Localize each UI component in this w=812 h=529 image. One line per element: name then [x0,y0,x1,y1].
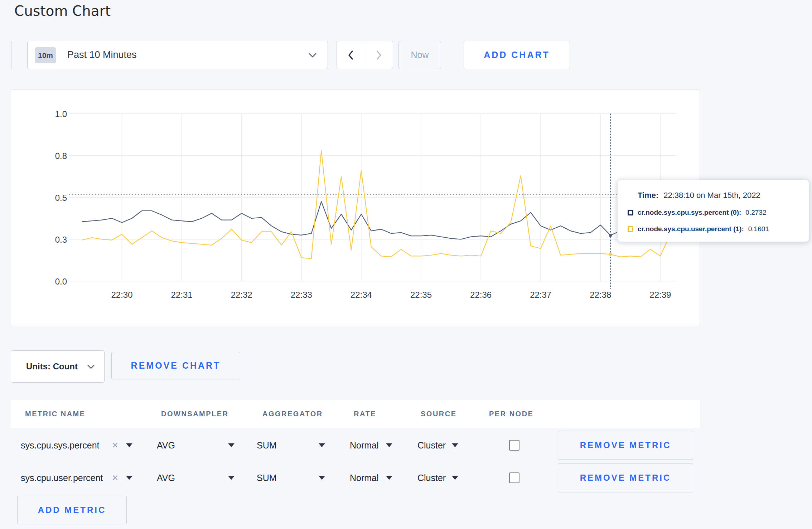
page-title: Custom Chart [14,3,111,19]
svg-text:22:36: 22:36 [470,290,492,300]
svg-text:22:31: 22:31 [171,290,193,300]
rate-value[interactable]: Normal [350,472,379,483]
metrics-table-header: METRIC NAME DOWNSAMPLER AGGREGATOR RATE … [11,400,700,428]
downsampler-value[interactable]: AVG [157,472,175,483]
metric-name-caret-icon[interactable] [126,443,132,447]
units-dropdown[interactable]: Units: Count [11,350,105,383]
metric-row: sys.cpu.user.percent ✕ AVG SUM Normal Cl… [0,463,812,492]
svg-text:0.8: 0.8 [55,151,67,161]
source-value[interactable]: Cluster [417,472,446,483]
time-nav-group [337,41,393,69]
svg-text:0.5: 0.5 [55,193,67,203]
svg-text:22:34: 22:34 [351,290,372,300]
svg-text:22:33: 22:33 [291,290,312,300]
rate-caret-icon[interactable] [386,443,392,447]
col-header-per-node: PER NODE [489,400,533,428]
rate-value[interactable]: Normal [350,440,379,450]
clear-metric-icon[interactable]: ✕ [112,473,119,482]
tooltip-series-name: cr.node.sys.cpu.sys.percent (0): [638,209,741,217]
time-range-label: Past 10 Minutes [67,41,137,68]
svg-text:22:39: 22:39 [649,290,671,300]
aggregator-value[interactable]: SUM [257,472,277,483]
tooltip-time-value: 22:38:10 on Mar 15th, 2022 [663,191,760,200]
tooltip-series-row: cr.node.sys.cpu.user.percent (1): 0.1601 [628,225,809,233]
toolbar-left-rule [11,41,11,69]
chevron-down-icon [308,53,317,58]
metric-name-value[interactable]: sys.cpu.sys.percent [21,440,100,450]
chevron-left-icon [348,50,354,60]
aggregator-caret-icon[interactable] [319,476,325,480]
col-header-rate: RATE [354,400,376,428]
series-swatch-icon [628,210,633,215]
time-range-badge: 10m [35,47,56,63]
aggregator-value[interactable]: SUM [257,440,277,450]
svg-text:22:32: 22:32 [231,290,252,300]
svg-text:22:38: 22:38 [590,290,611,300]
tooltip-series-row: cr.node.sys.cpu.sys.percent (0): 0.2732 [628,209,809,217]
remove-chart-button[interactable]: REMOVE CHART [111,352,240,379]
svg-text:22:35: 22:35 [410,290,432,300]
chart-panel: 22:3022:3122:3222:3322:3422:3522:3622:37… [11,89,700,326]
tooltip-series-value: 0.2732 [745,209,766,217]
source-caret-icon[interactable] [452,476,458,480]
chart-tooltip: Time:22:38:10 on Mar 15th, 2022 cr.node.… [617,180,809,242]
series-swatch-icon [628,226,633,232]
col-header-metric-name: METRIC NAME [25,400,86,428]
col-header-downsampler: DOWNSAMPLER [161,400,229,428]
time-range-dropdown[interactable]: 10m Past 10 Minutes [27,41,328,69]
tooltip-time-row: Time:22:38:10 on Mar 15th, 2022 [638,191,809,200]
metric-name-caret-icon[interactable] [126,476,132,480]
remove-metric-button[interactable]: REMOVE METRIC [558,463,693,492]
svg-text:0.3: 0.3 [55,235,67,244]
col-header-aggregator: AGGREGATOR [262,400,323,428]
metric-name-value[interactable]: sys.cpu.user.percent [21,472,103,483]
downsampler-caret-icon[interactable] [228,476,235,480]
metric-row: sys.cpu.sys.percent ✕ AVG SUM Normal Clu… [0,431,812,460]
tooltip-series-value: 0.1601 [748,225,769,233]
remove-metric-button[interactable]: REMOVE METRIC [558,431,693,460]
chevron-down-icon [87,364,95,369]
clear-metric-icon[interactable]: ✕ [112,440,119,450]
rate-caret-icon[interactable] [386,476,392,480]
now-button[interactable]: Now [398,41,441,69]
downsampler-caret-icon[interactable] [228,443,235,447]
units-label: Units: Count [26,351,78,382]
add-metric-button[interactable]: ADD METRIC [17,496,127,524]
source-caret-icon[interactable] [452,443,458,447]
downsampler-value[interactable]: AVG [157,440,175,450]
aggregator-caret-icon[interactable] [319,443,325,447]
prev-range-button[interactable] [337,41,365,69]
per-node-checkbox[interactable] [509,472,519,483]
per-node-checkbox[interactable] [509,440,519,451]
svg-text:22:30: 22:30 [111,290,132,300]
svg-text:0.0: 0.0 [55,277,67,286]
chart-svg[interactable]: 22:3022:3122:3222:3322:3422:3522:3622:37… [11,90,700,326]
col-header-source: SOURCE [421,400,457,428]
tooltip-time-label: Time: [638,191,658,200]
source-value[interactable]: Cluster [417,440,446,450]
next-range-button[interactable] [365,41,393,69]
add-chart-button[interactable]: ADD CHART [464,41,570,69]
tooltip-series-name: cr.node.sys.cpu.user.percent (1): [638,225,744,233]
svg-text:22:37: 22:37 [530,290,551,300]
chevron-right-icon [376,50,382,60]
svg-text:1.0: 1.0 [55,109,67,119]
